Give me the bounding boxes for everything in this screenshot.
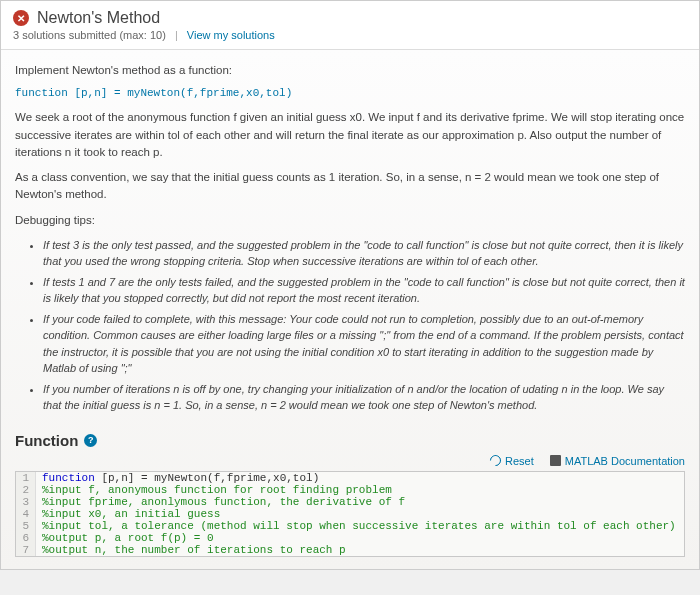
submission-count: 3 solutions submitted (max: 10) [13, 29, 166, 41]
help-icon[interactable]: ? [84, 434, 97, 447]
debug-label: Debugging tips: [15, 212, 685, 229]
problem-title: Newton's Method [37, 9, 160, 27]
content: Implement Newton's method as a function:… [1, 50, 699, 569]
code-cell[interactable]: %input tol, a tolerance (method will sto… [36, 520, 676, 532]
code-cell[interactable]: %input fprime, anonlymous function, the … [36, 496, 405, 508]
editor-line[interactable]: 7%output n, the number of iterations to … [16, 544, 684, 556]
code-editor[interactable]: 1function [p,n] = myNewton(f,fprime,x0,t… [15, 471, 685, 557]
line-number: 2 [16, 484, 36, 496]
problem-panel: ✕ Newton's Method 3 solutions submitted … [0, 0, 700, 570]
list-item: If your code failed to complete, with th… [43, 311, 685, 377]
subtitle: 3 solutions submitted (max: 10) | View m… [13, 29, 687, 41]
list-item: If test 3 is the only test passed, and t… [43, 237, 685, 270]
reset-button[interactable]: Reset [490, 455, 534, 467]
line-number: 7 [16, 544, 36, 556]
line-number: 3 [16, 496, 36, 508]
code-cell[interactable]: %output n, the number of iterations to r… [36, 544, 346, 556]
line-number: 1 [16, 472, 36, 484]
view-solutions-link[interactable]: View my solutions [187, 29, 275, 41]
line-number: 4 [16, 508, 36, 520]
paragraph-1: We seek a root of the anonymous function… [15, 109, 685, 161]
code-cell[interactable]: %input f, anonymous function for root fi… [36, 484, 392, 496]
function-section-title: Function ? [15, 432, 685, 449]
section-title-text: Function [15, 432, 78, 449]
debug-tips-list: If test 3 is the only test passed, and t… [43, 237, 685, 414]
code-cell[interactable]: function [p,n] = myNewton(f,fprime,x0,to… [36, 472, 319, 484]
intro-text: Implement Newton's method as a function: [15, 62, 685, 79]
editor-line[interactable]: 3%input fprime, anonlymous function, the… [16, 496, 684, 508]
line-number: 5 [16, 520, 36, 532]
editor-line[interactable]: 1function [p,n] = myNewton(f,fprime,x0,t… [16, 472, 684, 484]
editor-line[interactable]: 2%input f, anonymous function for root f… [16, 484, 684, 496]
reset-label: Reset [505, 455, 534, 467]
editor-line[interactable]: 6%output p, a root f(p) = 0 [16, 532, 684, 544]
book-icon [550, 455, 561, 466]
documentation-link[interactable]: MATLAB Documentation [550, 455, 685, 467]
code-cell[interactable]: %output p, a root f(p) = 0 [36, 532, 214, 544]
editor-line[interactable]: 5%input tol, a tolerance (method will st… [16, 520, 684, 532]
editor-line[interactable]: 4%input x0, an initial guess [16, 508, 684, 520]
documentation-label: MATLAB Documentation [565, 455, 685, 467]
divider: | [175, 29, 178, 41]
list-item: If you number of iterations n is off by … [43, 381, 685, 414]
code-cell[interactable]: %input x0, an initial guess [36, 508, 220, 520]
reset-icon [488, 453, 504, 469]
line-number: 6 [16, 532, 36, 544]
editor-toolbar: Reset MATLAB Documentation [15, 455, 685, 467]
header: ✕ Newton's Method 3 solutions submitted … [1, 1, 699, 50]
function-signature: function [p,n] = myNewton(f,fprime,x0,to… [15, 87, 685, 99]
list-item: If tests 1 and 7 are the only tests fail… [43, 274, 685, 307]
close-icon[interactable]: ✕ [13, 10, 29, 26]
paragraph-2: As a class convention, we say that the i… [15, 169, 685, 204]
